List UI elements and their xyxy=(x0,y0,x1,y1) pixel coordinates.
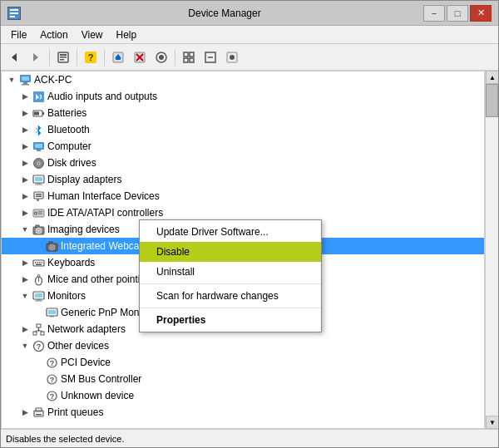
ctx-update-driver[interactable]: Update Driver Software... xyxy=(140,222,321,242)
svg-rect-69 xyxy=(36,263,42,265)
tree-item-other[interactable]: ▼ ? Other devices xyxy=(2,337,484,354)
other-button[interactable] xyxy=(222,47,242,67)
back-button[interactable] xyxy=(4,47,24,67)
scan-button[interactable] xyxy=(151,47,171,67)
svg-rect-38 xyxy=(35,144,42,148)
svg-rect-8 xyxy=(60,57,67,58)
display-label: Display adapters xyxy=(47,174,121,185)
tree-item-unknown[interactable]: ? Unknown device xyxy=(2,387,484,404)
expand-pci xyxy=(32,356,45,369)
svg-rect-79 xyxy=(48,310,56,314)
svg-rect-44 xyxy=(35,177,42,181)
svg-rect-35 xyxy=(42,112,44,115)
tree-item-pci[interactable]: ? PCI Device xyxy=(2,354,484,371)
svg-rect-39 xyxy=(37,150,41,151)
menu-help[interactable]: Help xyxy=(110,27,144,42)
svg-rect-21 xyxy=(190,52,194,57)
expand-keyboards[interactable]: ▶ xyxy=(18,256,32,269)
monitors-icon xyxy=(32,289,45,303)
minimize-button[interactable]: − xyxy=(423,5,445,22)
expand-imaging[interactable]: ▼ xyxy=(18,223,32,236)
menu-file[interactable]: File xyxy=(4,27,33,42)
close-button[interactable]: ✕ xyxy=(470,5,492,22)
svg-rect-75 xyxy=(35,293,42,298)
expand-ide[interactable]: ▶ xyxy=(18,206,32,219)
tree-item-disk[interactable]: ▶ Disk drives xyxy=(2,155,484,171)
expand-all-button[interactable] xyxy=(179,47,199,67)
expand-monitors[interactable]: ▼ xyxy=(18,289,32,303)
mice-icon xyxy=(32,273,45,286)
ctx-properties[interactable]: Properties xyxy=(140,310,321,330)
collapse-all-button[interactable] xyxy=(200,47,220,67)
svg-point-42 xyxy=(37,162,39,164)
expand-webcam xyxy=(32,239,45,253)
other-icon: ? xyxy=(32,339,45,352)
ctx-scan[interactable]: Scan for hardware changes xyxy=(140,286,321,306)
audio-icon xyxy=(32,90,45,103)
title-bar: Device Manager − □ ✕ xyxy=(1,1,498,26)
expand-display[interactable]: ▶ xyxy=(18,173,32,186)
scroll-track[interactable] xyxy=(486,84,498,416)
menu-action[interactable]: Action xyxy=(33,27,74,42)
svg-rect-47 xyxy=(34,192,43,199)
expand-print[interactable]: ▶ xyxy=(18,406,32,419)
menu-bar: File Action View Help xyxy=(1,26,498,44)
ide-icon xyxy=(32,206,45,219)
svg-rect-7 xyxy=(60,54,67,56)
ctx-disable[interactable]: Disable xyxy=(140,242,321,262)
tree-item-print[interactable]: ▶ Print queues xyxy=(2,404,484,421)
forward-button[interactable] xyxy=(26,47,46,67)
expand-network[interactable]: ▶ xyxy=(18,322,32,336)
expand-mice[interactable]: ▶ xyxy=(18,273,32,286)
toolbar-sep-2 xyxy=(77,49,77,66)
svg-text:?: ? xyxy=(49,392,54,401)
generic-monitor-icon xyxy=(45,306,58,319)
scroll-thumb[interactable] xyxy=(486,84,498,117)
svg-rect-97 xyxy=(36,414,42,416)
expand-root[interactable]: ▼ xyxy=(5,73,18,86)
keyboard-icon xyxy=(32,256,45,269)
help-button[interactable]: ? xyxy=(81,47,101,67)
expand-bluetooth[interactable]: ▶ xyxy=(18,123,32,136)
monitors-label: Monitors xyxy=(47,290,86,302)
svg-rect-20 xyxy=(184,52,188,57)
tree-item-root[interactable]: ▼ ACK-PC xyxy=(2,71,484,88)
hid-label: Human Interface Devices xyxy=(47,190,160,202)
tree-item-smbus[interactable]: ? SM Bus Controller xyxy=(2,371,484,387)
expand-other[interactable]: ▼ xyxy=(18,339,32,352)
tree-item-hid[interactable]: ▶ Human Interface Devices xyxy=(2,188,484,204)
expand-hid[interactable]: ▶ xyxy=(18,190,32,203)
print-icon xyxy=(32,406,45,419)
tree-item-display[interactable]: ▶ Display adapters xyxy=(2,171,484,188)
ctx-uninstall[interactable]: Uninstall xyxy=(140,262,321,282)
tree-item-bluetooth[interactable]: ▶ Bluetooth xyxy=(2,121,484,138)
tree-item-ide[interactable]: ▶ IDE ATA/ATAPI controllers xyxy=(2,204,484,221)
expand-generic-monitor xyxy=(32,306,45,319)
expand-disk[interactable]: ▶ xyxy=(18,156,32,170)
context-menu: Update Driver Software... Disable Uninst… xyxy=(139,219,322,332)
expand-batteries[interactable]: ▶ xyxy=(18,106,32,120)
properties-button[interactable] xyxy=(53,47,73,67)
tree-item-batteries[interactable]: ▶ Batteries xyxy=(2,105,484,121)
scroll-up-arrow[interactable]: ▲ xyxy=(486,71,498,84)
svg-rect-36 xyxy=(34,111,39,115)
update-driver-button[interactable] xyxy=(108,47,128,67)
window-controls: − □ ✕ xyxy=(423,5,492,22)
vertical-scrollbar[interactable]: ▲ ▼ xyxy=(485,71,498,429)
print-label: Print queues xyxy=(47,406,103,418)
expand-smbus xyxy=(32,372,45,386)
svg-text:?: ? xyxy=(49,359,54,367)
tree-item-computer[interactable]: ▶ Computer xyxy=(2,138,484,155)
tree-item-audio[interactable]: ▶ Audio inputs and outputs xyxy=(2,88,484,105)
device-tree[interactable]: ▼ ACK-PC ▶ xyxy=(1,71,485,429)
svg-rect-1 xyxy=(10,9,18,11)
scroll-down-arrow[interactable]: ▼ xyxy=(486,416,498,429)
content-area: ▼ ACK-PC ▶ xyxy=(1,71,498,429)
restore-button[interactable]: □ xyxy=(447,5,468,22)
svg-rect-77 xyxy=(35,300,42,301)
uninstall-button[interactable] xyxy=(130,47,150,67)
expand-audio[interactable]: ▶ xyxy=(18,90,32,103)
menu-view[interactable]: View xyxy=(75,27,110,42)
expand-unknown xyxy=(32,389,45,402)
expand-computer[interactable]: ▶ xyxy=(18,140,32,153)
